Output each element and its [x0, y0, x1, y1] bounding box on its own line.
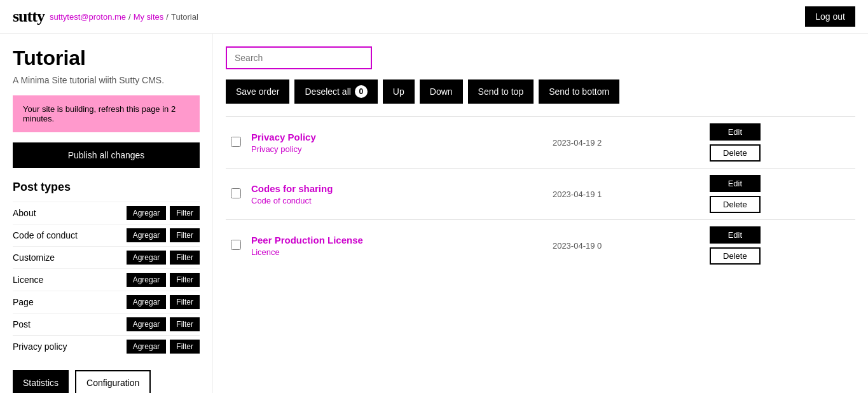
item-actions-codes-sharing: Edit Delete [705, 169, 855, 220]
post-type-actions-privacy: Agregar Filter [127, 340, 200, 354]
post-type-name-customize: Customize [13, 252, 55, 263]
post-type-name-page: Page [13, 297, 34, 307]
post-type-actions-about: Agregar Filter [127, 206, 200, 220]
post-types-title: Post types [13, 181, 200, 194]
publish-all-button[interactable]: Publish all changes [13, 142, 200, 168]
post-type-actions-code: Agregar Filter [127, 228, 200, 242]
post-type-name-privacy: Privacy policy [13, 341, 67, 352]
item-date-privacy-policy: 2023-04-19 2 [548, 117, 705, 169]
checkbox-cell [226, 169, 246, 220]
item-date-codes-sharing: 2023-04-19 1 [548, 169, 705, 220]
table-row: Peer Production License Licence 2023-04-… [226, 220, 855, 272]
item-subtitle-peer-production[interactable]: Licence [251, 247, 280, 257]
agregar-customize-button[interactable]: Agregar [127, 251, 167, 265]
edit-privacy-policy-button[interactable]: Edit [710, 123, 761, 141]
item-action-buttons-codes-sharing: Edit Delete [710, 175, 850, 213]
post-type-name-about: About [13, 208, 36, 218]
send-to-top-button[interactable]: Send to top [468, 79, 534, 104]
breadcrumb-sep1: / [128, 12, 131, 22]
item-subtitle-codes-sharing[interactable]: Code of conduct [251, 196, 312, 205]
item-title-peer-production[interactable]: Peer Production License [251, 235, 542, 245]
save-order-button[interactable]: Save order [226, 79, 289, 104]
header: sutty suttytest@proton.me / My sites / T… [0, 0, 868, 34]
breadcrumb-mysites[interactable]: My sites [134, 12, 164, 22]
post-type-row: Privacy policy Agregar Filter [13, 335, 200, 357]
post-type-row: Code of conduct Agregar Filter [13, 224, 200, 246]
agregar-code-button[interactable]: Agregar [127, 228, 167, 242]
post-type-name-code: Code of conduct [13, 230, 78, 240]
main-content: Save order Deselect all 0 Up Down Send t… [213, 34, 868, 393]
agregar-post-button[interactable]: Agregar [127, 317, 167, 331]
filter-page-button[interactable]: Filter [170, 295, 200, 309]
items-table: Privacy Policy Privacy policy 2023-04-19… [226, 116, 855, 271]
post-type-actions-page: Agregar Filter [127, 295, 200, 309]
table-row: Privacy Policy Privacy policy 2023-04-19… [226, 117, 855, 169]
agregar-licence-button[interactable]: Agregar [127, 273, 167, 287]
toolbar: Save order Deselect all 0 Up Down Send t… [226, 79, 855, 104]
item-actions-peer-production: Edit Delete [705, 220, 855, 272]
agregar-privacy-button[interactable]: Agregar [127, 340, 167, 354]
header-left: sutty suttytest@proton.me / My sites / T… [13, 7, 198, 26]
edit-codes-sharing-button[interactable]: Edit [710, 175, 761, 192]
post-type-row: Customize Agregar Filter [13, 246, 200, 268]
checkbox-cell [226, 220, 246, 272]
item-action-buttons-privacy-policy: Edit Delete [710, 123, 850, 162]
layout: Tutorial A Minima Site tutorial wiith Su… [0, 34, 868, 393]
agregar-page-button[interactable]: Agregar [127, 295, 167, 309]
agregar-about-button[interactable]: Agregar [127, 206, 167, 220]
item-info-peer-production: Peer Production License Licence [246, 220, 548, 272]
post-type-name-post: Post [13, 319, 31, 329]
edit-peer-production-button[interactable]: Edit [710, 226, 761, 244]
item-action-buttons-peer-production: Edit Delete [710, 226, 850, 265]
filter-about-button[interactable]: Filter [170, 206, 200, 220]
table-row: Codes for sharing Code of conduct 2023-0… [226, 169, 855, 220]
row-checkbox-codes-sharing[interactable] [231, 188, 241, 198]
logo: sutty [13, 7, 45, 26]
item-actions-privacy-policy: Edit Delete [705, 117, 855, 169]
post-type-actions-post: Agregar Filter [127, 317, 200, 331]
filter-code-button[interactable]: Filter [170, 228, 200, 242]
breadcrumb-current: Tutorial [171, 12, 198, 22]
filter-privacy-button[interactable]: Filter [170, 340, 200, 354]
deselect-count-badge: 0 [355, 85, 368, 98]
statistics-button[interactable]: Statistics [13, 370, 69, 393]
breadcrumb-sep2: / [166, 12, 169, 22]
deselect-all-label: Deselect all [305, 86, 350, 97]
delete-privacy-policy-button[interactable]: Delete [710, 144, 761, 162]
item-info-privacy-policy: Privacy Policy Privacy policy [246, 117, 548, 169]
breadcrumb-email[interactable]: suttytest@proton.me [50, 12, 126, 22]
delete-codes-sharing-button[interactable]: Delete [710, 196, 761, 213]
item-subtitle-privacy-policy[interactable]: Privacy policy [251, 144, 301, 154]
post-type-name-licence: Licence [13, 275, 43, 285]
sidebar-subtitle: A Minima Site tutorial wiith Sutty CMS. [13, 75, 200, 85]
post-type-row: Post Agregar Filter [13, 313, 200, 335]
up-button[interactable]: Up [383, 79, 415, 104]
post-type-row: Licence Agregar Filter [13, 268, 200, 291]
filter-customize-button[interactable]: Filter [170, 251, 200, 265]
deselect-all-button[interactable]: Deselect all 0 [294, 79, 377, 104]
checkbox-cell [226, 117, 246, 169]
send-to-bottom-button[interactable]: Send to bottom [539, 79, 619, 104]
post-types-list: About Agregar Filter Code of conduct Agr… [13, 202, 200, 357]
sidebar-bottom: Statistics Configuration [13, 370, 200, 393]
filter-licence-button[interactable]: Filter [170, 273, 200, 287]
down-button[interactable]: Down [420, 79, 463, 104]
item-title-privacy-policy[interactable]: Privacy Policy [251, 132, 542, 142]
alert-box: Your site is building, refresh this page… [13, 95, 200, 132]
post-type-actions-licence: Agregar Filter [127, 273, 200, 287]
configuration-button[interactable]: Configuration [75, 370, 151, 393]
item-title-codes-sharing[interactable]: Codes for sharing [251, 183, 542, 194]
row-checkbox-privacy-policy[interactable] [231, 137, 241, 147]
logout-button[interactable]: Log out [805, 6, 855, 27]
row-checkbox-peer-production[interactable] [231, 240, 241, 250]
item-date-peer-production: 2023-04-19 0 [548, 220, 705, 272]
post-type-row: Page Agregar Filter [13, 291, 200, 313]
post-type-row: About Agregar Filter [13, 202, 200, 224]
delete-peer-production-button[interactable]: Delete [710, 247, 761, 265]
search-input[interactable] [226, 46, 372, 69]
filter-post-button[interactable]: Filter [170, 317, 200, 331]
sidebar-title: Tutorial [13, 46, 200, 70]
post-type-actions-customize: Agregar Filter [127, 251, 200, 265]
breadcrumb: suttytest@proton.me / My sites / Tutoria… [50, 12, 198, 22]
item-info-codes-sharing: Codes for sharing Code of conduct [246, 169, 548, 220]
